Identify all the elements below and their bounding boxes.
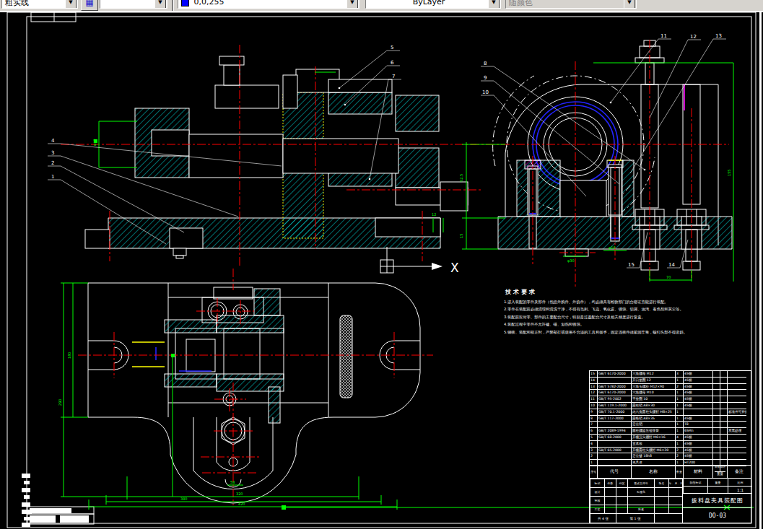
bom-cell: GB/T 6170-2000 (597, 390, 631, 396)
bom-cell: GB/T 2089-1994 (597, 428, 631, 435)
chevron-down-icon: ▼ (624, 0, 635, 9)
bom-cell: 65Mn (683, 428, 712, 435)
bom-cell (720, 435, 727, 441)
tech-req-lines: 1.进入装配的零件及部件（包括外购件、外协件），均必须具有检验部门的合格证方能进… (504, 298, 697, 336)
bom-cell: 1 (675, 403, 683, 409)
bom-cell: 45钢 (683, 396, 712, 403)
bom-cell (683, 409, 712, 416)
bom-cell (727, 422, 746, 428)
bom-cell: 平垫圈 10 (631, 396, 675, 403)
bom-cell: GB/T 5782-2000 (597, 384, 631, 391)
bom-cell: 六角头螺栓 M12×90 (631, 384, 675, 391)
bom-cell (727, 448, 746, 454)
bom-row: 14开口垫圈 12145钢 (590, 378, 751, 384)
layer-combo[interactable]: ▼ (100, 0, 167, 9)
bom-row: 12GB/T 6170-2000六角螺母 M10145钢 (590, 390, 751, 396)
dim-label: 70 (666, 275, 671, 279)
dim-label: φ40 (92, 139, 97, 146)
plan-view: 180 290 58 320 380 420 (58, 269, 433, 510)
color-combo[interactable]: 0,0,255 ▼ (178, 0, 359, 9)
title-block: 标记 处数 分区 更改文件号 签名 年、月、日 设计 标准化 审核 工艺 批准 … (589, 479, 751, 523)
dim-label: 12 (432, 212, 436, 217)
bom-cell (712, 416, 720, 422)
plotstyle-combo-value: 随颜色 (509, 0, 533, 7)
bom-cell (712, 441, 720, 448)
selection-grip[interactable] (171, 354, 175, 357)
chevron-down-icon[interactable]: ▼ (65, 0, 77, 9)
bom-cell: 14 (590, 378, 597, 384)
bom-cell (712, 378, 720, 384)
bom-cell: 标准件可外购 (727, 409, 746, 416)
bom-cell: 1 (675, 416, 683, 422)
callout-12: 12 (690, 34, 697, 40)
callout-9: 9 (484, 75, 487, 81)
style-combo[interactable]: 粗实线 ▼ (1, 0, 78, 9)
bom-header-xuhao: 序号 (590, 466, 597, 478)
bom-header-zhongliang: 重量 (717, 472, 723, 478)
tb-sheets-total: 共 4 张 (590, 513, 616, 523)
chevron-down-icon[interactable]: ▼ (154, 0, 166, 9)
bom-cell: 2 (675, 453, 683, 460)
window-bottom-edge (0, 529, 763, 532)
bom-cell: 1 (675, 378, 683, 384)
callout-11: 11 (660, 33, 667, 39)
bom-cell: 1 (675, 396, 683, 403)
margin-marks (22, 474, 89, 527)
toolbar-separator (172, 0, 174, 11)
callout-8: 8 (484, 61, 487, 66)
bom-cell: 6 (590, 428, 597, 435)
bom-cell (727, 384, 746, 391)
callout-13: 13 (715, 33, 722, 39)
chevron-down-icon[interactable]: ▼ (488, 0, 500, 9)
color-combo-value: 0,0,255 (194, 0, 224, 6)
callout-3: 3 (51, 150, 54, 156)
bom-row: 13GB/T 5782-2000六角头螺栓 M12×90245钢 (590, 384, 751, 391)
bom-cell: 定位销 (631, 422, 675, 428)
bom-cell: 1 (675, 390, 683, 396)
bom-cell: 45钢 (683, 371, 712, 378)
bom-cell (712, 453, 720, 460)
layers-icon: ▦ (85, 0, 93, 7)
callout-10: 10 (482, 90, 489, 95)
callout-15: 15 (628, 262, 635, 268)
bom-cell: 支承板 (631, 441, 675, 448)
dim-label: 290 (58, 398, 62, 406)
bom-cell: 8 (590, 416, 597, 422)
bom-cell (720, 384, 727, 391)
tb-date: 年、月、日 (668, 479, 683, 487)
left-section-view: φ40 12 4 3 2 1 (48, 45, 482, 266)
drawing-title: 拨料盘夹具装配图 (683, 494, 752, 508)
bom-row: 9GB/T 70.1-2000内六角圆柱头螺钉 M8×251标准件可外购 (590, 409, 751, 416)
right-side-view: 52.5 15 155 70 φ16 φ30 8 9 (459, 33, 733, 289)
technical-requirements: 技术要求 1.进入装配的零件及部件（包括外购件、外协件），均必须具有检验部门的合… (504, 288, 697, 336)
bom-cell (720, 390, 727, 396)
bom-cell: 2 (590, 453, 597, 460)
dim-label: 380 (180, 497, 188, 501)
bom-cell: 45钢 (683, 435, 712, 441)
bom-header-cailiao: 材料 (683, 466, 712, 478)
bom-cell: GB/T 65-2000 (597, 448, 631, 454)
bom-cell (712, 390, 720, 396)
bom-cell (727, 441, 746, 448)
tb-approve: 批准 (627, 505, 654, 513)
bom-cell: 5 (590, 435, 597, 441)
bom-cell (720, 371, 727, 378)
bom-header-beizhu: 备注 (727, 466, 751, 478)
tb-change-file: 更改文件号 (627, 479, 654, 487)
bom-cell: 圆柱销 A8×30 (631, 403, 675, 409)
bom-cell (720, 403, 727, 409)
bom-cell (727, 403, 746, 409)
callout-5: 5 (391, 45, 393, 51)
bom-cell: 2 (675, 448, 683, 454)
layer-properties-button[interactable]: ▦ (81, 0, 98, 11)
bom-cell: GB/T 70.1-2000 (597, 409, 631, 416)
bom-cell: 1 (675, 409, 683, 416)
plotstyle-combo: 随颜色 ▼ (505, 0, 637, 9)
bom-cell: 开槽沉头螺钉 M6×16 (631, 435, 675, 441)
bom-header-shuliang: 数量 (675, 466, 683, 478)
linetype-combo[interactable]: ByLayer ▼ (365, 0, 501, 9)
dim-label: 52.5 (459, 174, 463, 182)
chevron-down-icon[interactable]: ▼ (346, 0, 358, 9)
tb-scale: 比例 (728, 479, 752, 486)
bom-cell (720, 453, 727, 460)
